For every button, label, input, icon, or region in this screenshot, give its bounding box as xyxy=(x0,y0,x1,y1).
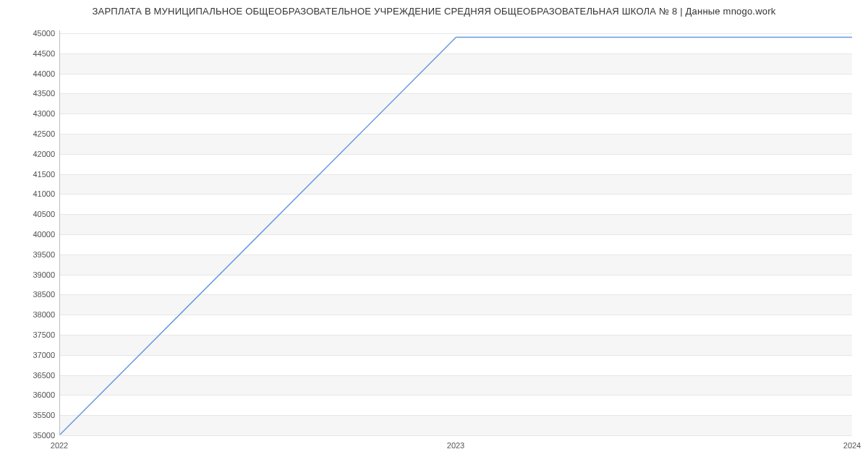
y-tick-label: 40500 xyxy=(12,210,55,218)
series-line xyxy=(60,38,852,435)
y-gridline xyxy=(60,435,852,436)
y-tick-label: 36500 xyxy=(12,371,55,380)
chart-container: ЗАРПЛАТА В МУНИЦИПАЛЬНОЕ ОБЩЕОБРАЗОВАТЕЛ… xyxy=(0,0,868,470)
y-tick-label: 40000 xyxy=(12,230,55,239)
y-tick-label: 37000 xyxy=(12,351,55,359)
y-tick-label: 36000 xyxy=(12,390,55,399)
y-tick-label: 35000 xyxy=(12,431,55,440)
plot-area xyxy=(59,30,852,435)
y-tick-label: 41500 xyxy=(12,170,55,179)
x-tick-label: 2024 xyxy=(843,441,861,450)
y-tick-label: 41000 xyxy=(12,189,55,198)
y-tick-label: 38500 xyxy=(12,290,55,299)
y-tick-label: 44500 xyxy=(12,49,55,58)
y-tick-label: 37500 xyxy=(12,330,55,339)
x-tick-label: 2022 xyxy=(51,441,68,450)
chart-title: ЗАРПЛАТА В МУНИЦИПАЛЬНОЕ ОБЩЕОБРАЗОВАТЕЛ… xyxy=(0,6,868,17)
line-layer xyxy=(60,30,852,435)
y-tick-label: 35500 xyxy=(12,411,55,419)
y-tick-label: 43000 xyxy=(12,109,55,118)
y-tick-label: 42500 xyxy=(12,129,55,138)
y-tick-label: 39000 xyxy=(12,270,55,279)
x-tick-label: 2023 xyxy=(447,441,464,450)
y-tick-label: 43500 xyxy=(12,89,55,98)
y-tick-label: 38000 xyxy=(12,310,55,319)
y-tick-label: 42000 xyxy=(12,150,55,158)
y-tick-label: 44000 xyxy=(12,69,55,78)
y-tick-label: 45000 xyxy=(12,29,55,38)
y-tick-label: 39500 xyxy=(12,250,55,259)
